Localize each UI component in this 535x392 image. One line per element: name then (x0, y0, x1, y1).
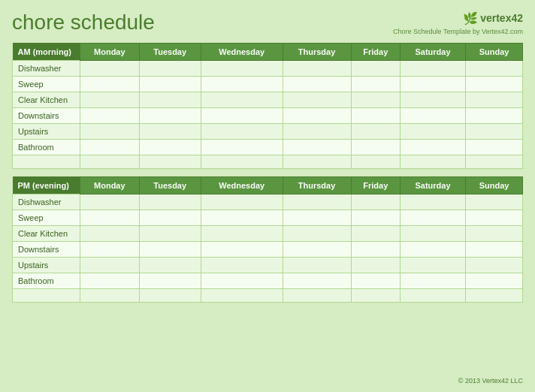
pm-day-cell[interactable] (201, 210, 283, 225)
am-day-cell[interactable] (400, 107, 465, 123)
pm-day-cell[interactable] (201, 225, 283, 241)
pm-day-cell[interactable] (283, 225, 351, 241)
pm-day-cell[interactable] (201, 257, 283, 273)
am-day-cell[interactable] (283, 76, 351, 92)
am-day-cell[interactable] (80, 107, 140, 123)
am-day-cell[interactable] (400, 60, 465, 76)
am-day-cell-extra[interactable] (139, 155, 201, 168)
am-day-cell[interactable] (139, 139, 201, 155)
pm-day-cell[interactable] (283, 273, 351, 288)
am-day-cell[interactable] (351, 123, 400, 139)
am-day-cell[interactable] (400, 139, 465, 155)
pm-day-cell[interactable] (80, 257, 140, 273)
am-day-cell[interactable] (201, 92, 283, 107)
pm-day-cell[interactable] (400, 194, 465, 210)
pm-day-cell[interactable] (201, 194, 283, 210)
am-day-cell-extra[interactable] (201, 155, 283, 168)
pm-day-cell[interactable] (351, 210, 400, 225)
pm-day-cell-extra[interactable] (201, 288, 283, 302)
pm-day-cell[interactable] (80, 225, 140, 241)
am-day-cell[interactable] (351, 92, 400, 107)
am-day-cell[interactable] (351, 60, 400, 76)
am-day-cell[interactable] (283, 92, 351, 107)
pm-day-cell[interactable] (466, 225, 523, 241)
pm-day-cell[interactable] (139, 194, 201, 210)
am-day-cell[interactable] (351, 139, 400, 155)
pm-day-cell-extra[interactable] (466, 288, 523, 302)
pm-day-cell[interactable] (400, 225, 465, 241)
am-day-cell[interactable] (466, 107, 523, 123)
am-day-cell[interactable] (466, 60, 523, 76)
am-day-cell-extra[interactable] (80, 155, 140, 168)
pm-day-cell-extra[interactable] (139, 288, 201, 302)
pm-day-cell[interactable] (283, 257, 351, 273)
pm-day-cell[interactable] (139, 273, 201, 288)
pm-day-cell[interactable] (139, 257, 201, 273)
am-day-cell[interactable] (400, 92, 465, 107)
am-day-cell[interactable] (466, 139, 523, 155)
pm-day-cell[interactable] (351, 257, 400, 273)
am-day-cell[interactable] (400, 76, 465, 92)
pm-day-cell[interactable] (400, 210, 465, 225)
am-day-cell-extra[interactable] (283, 155, 351, 168)
pm-row: Sweep (13, 210, 523, 225)
pm-day-cell[interactable] (400, 241, 465, 257)
am-day-cell[interactable] (201, 107, 283, 123)
am-day-cell[interactable] (80, 139, 140, 155)
pm-day-cell[interactable] (351, 225, 400, 241)
am-day-cell[interactable] (80, 60, 140, 76)
am-day-cell[interactable] (283, 139, 351, 155)
am-day-cell[interactable] (201, 76, 283, 92)
am-day-cell[interactable] (139, 92, 201, 107)
pm-day-cell[interactable] (351, 273, 400, 288)
pm-day-cell-extra[interactable] (351, 288, 400, 302)
am-day-cell[interactable] (201, 60, 283, 76)
pm-day-cell[interactable] (466, 273, 523, 288)
am-day-cell-extra[interactable] (466, 155, 523, 168)
am-day-cell[interactable] (80, 76, 140, 92)
am-day-cell[interactable] (351, 107, 400, 123)
pm-day-cell[interactable] (80, 194, 140, 210)
pm-day-cell[interactable] (139, 225, 201, 241)
am-day-cell[interactable] (201, 139, 283, 155)
pm-day-cell[interactable] (466, 194, 523, 210)
pm-day-cell[interactable] (283, 241, 351, 257)
am-day-cell[interactable] (466, 76, 523, 92)
am-day-cell[interactable] (466, 123, 523, 139)
am-day-cell[interactable] (80, 123, 140, 139)
pm-day-cell[interactable] (139, 241, 201, 257)
am-day-cell[interactable] (283, 107, 351, 123)
pm-day-cell[interactable] (351, 194, 400, 210)
pm-day-cell[interactable] (466, 241, 523, 257)
am-day-cell-extra[interactable] (351, 155, 400, 168)
am-day-cell[interactable] (351, 76, 400, 92)
am-day-cell[interactable] (201, 123, 283, 139)
pm-day-cell[interactable] (400, 257, 465, 273)
pm-day-cell-extra[interactable] (80, 288, 140, 302)
am-day-cell[interactable] (139, 76, 201, 92)
pm-day-cell[interactable] (283, 194, 351, 210)
pm-day-cell[interactable] (283, 210, 351, 225)
am-day-cell[interactable] (139, 107, 201, 123)
pm-day-cell-extra[interactable] (283, 288, 351, 302)
pm-day-cell[interactable] (201, 241, 283, 257)
pm-day-cell[interactable] (80, 241, 140, 257)
am-day-cell[interactable] (80, 92, 140, 107)
pm-day-cell[interactable] (80, 210, 140, 225)
am-day-cell-extra[interactable] (400, 155, 465, 168)
am-day-cell[interactable] (139, 123, 201, 139)
pm-day-cell[interactable] (466, 210, 523, 225)
pm-day-cell-extra[interactable] (400, 288, 465, 302)
pm-day-cell[interactable] (400, 273, 465, 288)
am-day-cell[interactable] (283, 123, 351, 139)
am-day-cell[interactable] (283, 60, 351, 76)
pm-day-cell[interactable] (139, 210, 201, 225)
am-chore-label: Clear Kitchen (13, 92, 80, 107)
pm-day-cell[interactable] (351, 241, 400, 257)
pm-day-cell[interactable] (466, 257, 523, 273)
am-day-cell[interactable] (139, 60, 201, 76)
pm-day-cell[interactable] (80, 273, 140, 288)
am-day-cell[interactable] (466, 92, 523, 107)
pm-day-cell[interactable] (201, 273, 283, 288)
am-day-cell[interactable] (400, 123, 465, 139)
